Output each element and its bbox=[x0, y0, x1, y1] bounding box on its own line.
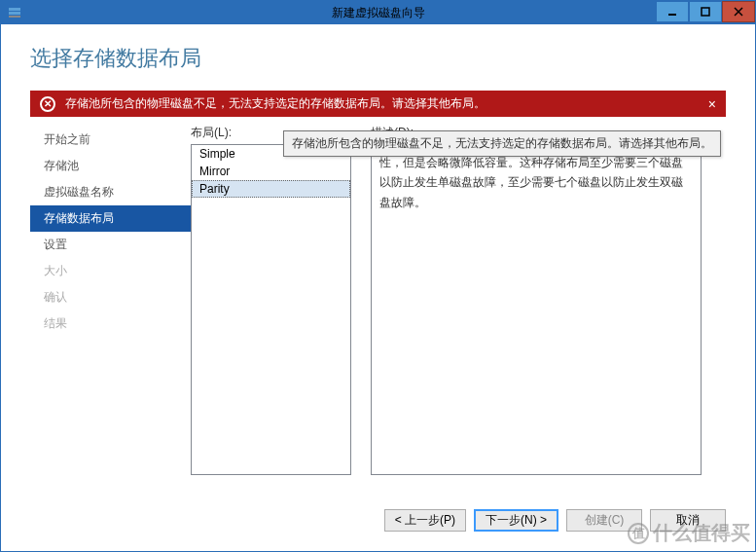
description-column: 描述(D): 性，但是会略微降低容量。这种存储布局至少需要三个磁盘以防止发生单磁… bbox=[371, 125, 702, 475]
layout-listbox[interactable]: Simple Mirror Parity bbox=[191, 144, 351, 475]
page-title: 选择存储数据布局 bbox=[30, 44, 726, 73]
step-confirm: 确认 bbox=[30, 284, 191, 311]
window-controls bbox=[656, 1, 755, 22]
wizard-window: 新建虚拟磁盘向导 选择存储数据布局 ✕ 存储池所包含的物理磁盘不足，无法支持选定… bbox=[0, 0, 756, 552]
window-title: 新建虚拟磁盘向导 bbox=[332, 5, 425, 21]
error-tooltip: 存储池所包含的物理磁盘不足，无法支持选定的存储数据布局。请选择其他布局。 bbox=[283, 130, 721, 157]
layout-item-parity[interactable]: Parity bbox=[192, 180, 350, 198]
title-bar: 新建虚拟磁盘向导 bbox=[1, 1, 755, 24]
system-icon bbox=[7, 5, 22, 20]
step-before-begin[interactable]: 开始之前 bbox=[30, 127, 191, 153]
next-button[interactable]: 下一步(N) > bbox=[474, 509, 558, 532]
watermark-icon: 值 bbox=[628, 523, 649, 544]
error-icon: ✕ bbox=[40, 96, 55, 112]
header-area: 选择存储数据布局 bbox=[1, 24, 755, 83]
previous-button[interactable]: < 上一步(P) bbox=[384, 509, 466, 532]
layout-item-mirror[interactable]: Mirror bbox=[192, 163, 350, 180]
svg-rect-2 bbox=[9, 16, 20, 18]
description-text: 性，但是会略微降低容量。这种存储布局至少需要三个磁盘以防止发生单磁盘故障，至少需… bbox=[379, 156, 683, 209]
close-button[interactable] bbox=[722, 1, 755, 22]
content-area: 布局(L): Simple Mirror Parity 描述(D): 性，但是会… bbox=[191, 125, 726, 475]
step-layout[interactable]: 存储数据布局 bbox=[30, 205, 191, 232]
error-close-button[interactable]: × bbox=[708, 96, 716, 112]
maximize-button[interactable] bbox=[689, 1, 722, 22]
error-banner: ✕ 存储池所包含的物理磁盘不足，无法支持选定的存储数据布局。请选择其他布局。 × bbox=[30, 91, 726, 117]
step-size: 大小 bbox=[30, 258, 191, 284]
body-area: 开始之前 存储池 虚拟磁盘名称 存储数据布局 设置 大小 确认 结果 布局(L)… bbox=[1, 125, 755, 480]
wizard-steps: 开始之前 存储池 虚拟磁盘名称 存储数据布局 设置 大小 确认 结果 bbox=[30, 125, 191, 337]
step-storage-pool[interactable]: 存储池 bbox=[30, 153, 191, 179]
layout-column: 布局(L): Simple Mirror Parity bbox=[191, 125, 351, 475]
svg-rect-0 bbox=[9, 8, 20, 11]
step-result: 结果 bbox=[30, 311, 191, 337]
description-box: 性，但是会略微降低容量。这种存储布局至少需要三个磁盘以防止发生单磁盘故障，至少需… bbox=[371, 144, 702, 475]
watermark: 值 什么值得买 bbox=[623, 515, 755, 551]
minimize-button[interactable] bbox=[656, 1, 689, 22]
step-settings[interactable]: 设置 bbox=[30, 232, 191, 258]
svg-rect-4 bbox=[702, 8, 709, 16]
svg-rect-1 bbox=[9, 12, 20, 15]
watermark-text: 什么值得买 bbox=[653, 520, 750, 546]
step-vdisk-name[interactable]: 虚拟磁盘名称 bbox=[30, 179, 191, 205]
error-text: 存储池所包含的物理磁盘不足，无法支持选定的存储数据布局。请选择其他布局。 bbox=[65, 95, 486, 112]
